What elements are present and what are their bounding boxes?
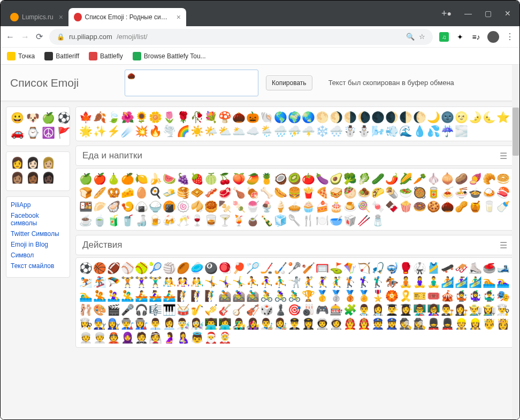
emoji-cell[interactable]: ⚡	[107, 124, 120, 138]
emoji-cell[interactable]: 💦	[427, 124, 440, 138]
emoji-cell[interactable]: 🌛	[469, 110, 482, 124]
emoji-cell[interactable]: 🍨	[260, 200, 273, 213]
emoji-cell[interactable]: 🏵️	[385, 289, 399, 302]
emoji-cell[interactable]: 👸	[496, 317, 510, 330]
emoji-cell[interactable]: 🍣	[496, 186, 510, 199]
sidebar-emoji[interactable]: 👩🏼	[42, 156, 55, 169]
emoji-cell[interactable]: 🤽‍♀️	[107, 289, 120, 302]
minimize-button[interactable]: —	[464, 9, 472, 18]
emoji-cell[interactable]: 🤱	[177, 331, 190, 344]
emoji-cell[interactable]: 🌯	[385, 186, 399, 199]
emoji-cell[interactable]: 🌦️	[260, 124, 273, 138]
emoji-cell[interactable]: 🍖	[246, 186, 259, 199]
emoji-cell[interactable]: 🎟️	[427, 289, 440, 302]
emoji-cell[interactable]: 🌪️	[163, 124, 176, 138]
emoji-cell[interactable]: 🍹	[232, 213, 246, 227]
emoji-cell[interactable]: 🍼	[496, 200, 510, 213]
emoji-cell[interactable]: 🌖	[330, 110, 343, 124]
emoji-cell[interactable]: 🎸	[218, 303, 232, 316]
emoji-cell[interactable]: 🍒	[218, 172, 232, 185]
emoji-cell[interactable]: 👨‍✈️	[288, 317, 301, 330]
emoji-cell[interactable]: 🤾	[302, 275, 315, 288]
emoji-cell[interactable]: 👨‍⚕️	[357, 303, 371, 316]
emoji-cell[interactable]: 🎧	[135, 303, 148, 316]
emoji-cell[interactable]: ⛅	[218, 124, 232, 138]
emoji-cell[interactable]: ⛹️	[246, 275, 259, 288]
emoji-cell[interactable]: 🎹	[163, 303, 176, 316]
emoji-cell[interactable]: ⚾	[121, 261, 134, 274]
emoji-cell[interactable]: 👼	[190, 331, 204, 344]
emoji-cell[interactable]: 🎰	[330, 303, 343, 316]
sidebar-emoji[interactable]: 🍏	[42, 111, 55, 124]
emoji-cell[interactable]: 👰	[149, 331, 162, 344]
emoji-cell[interactable]: 🍿	[399, 200, 412, 213]
emoji-cell[interactable]: 🏅	[357, 289, 371, 302]
emoji-cell[interactable]: ⚽	[79, 261, 93, 274]
emoji-cell[interactable]: 👩‍🎤	[246, 317, 259, 330]
emoji-cell[interactable]: 👩‍💼	[163, 317, 176, 330]
emoji-cell[interactable]: 🍫	[385, 200, 399, 213]
copy-textarea[interactable]: 🌰	[125, 70, 258, 96]
maximize-button[interactable]: ▢	[485, 9, 492, 18]
emoji-cell[interactable]: 💂	[427, 317, 440, 330]
sidebar-link[interactable]: PiliApp	[11, 201, 65, 209]
emoji-cell[interactable]: 🪂	[107, 275, 120, 288]
emoji-cell[interactable]: 👮‍♀️	[385, 317, 399, 330]
emoji-cell[interactable]: 👩‍🌾	[483, 303, 496, 316]
emoji-cell[interactable]: 🍻	[163, 213, 176, 227]
emoji-cell[interactable]: 🧆	[357, 186, 371, 199]
copy-button[interactable]: Копировать	[266, 75, 312, 90]
close-window-button[interactable]: ✕	[504, 9, 511, 18]
emoji-cell[interactable]: ♟️	[274, 303, 287, 316]
emoji-cell[interactable]: 🧈	[163, 186, 176, 199]
emoji-cell[interactable]: 🌻	[135, 110, 148, 124]
emoji-cell[interactable]: 🌰	[232, 110, 246, 124]
emoji-cell[interactable]: 🤸‍♀️	[218, 275, 232, 288]
emoji-cell[interactable]: 🚣‍♂️	[163, 289, 176, 302]
emoji-cell[interactable]: 🤼‍♂️	[190, 275, 204, 288]
emoji-cell[interactable]: 🌎	[274, 110, 287, 124]
emoji-cell[interactable]: 🧃	[107, 213, 120, 227]
emoji-cell[interactable]: 🪀	[218, 261, 232, 274]
emoji-cell[interactable]: 🤾‍♀️	[316, 275, 329, 288]
emoji-cell[interactable]: 🚴‍♀️	[274, 289, 287, 302]
emoji-cell[interactable]: 🍘	[163, 200, 176, 213]
sidebar-emoji[interactable]: 👩	[11, 156, 24, 169]
emoji-cell[interactable]: 🌏	[302, 110, 315, 124]
emoji-cell[interactable]: ⛹️‍♂️	[274, 275, 287, 288]
emoji-cell[interactable]: 👩‍🎓	[399, 303, 412, 316]
emoji-cell[interactable]: 🥪	[330, 186, 343, 199]
category-menu-icon[interactable]: ☰	[500, 240, 507, 250]
emoji-cell[interactable]: 👷‍♀️	[469, 317, 482, 330]
emoji-cell[interactable]: 🥕	[413, 172, 426, 185]
emoji-cell[interactable]: 🤼‍♀️	[177, 275, 190, 288]
emoji-cell[interactable]: 🤴	[483, 317, 496, 330]
emoji-cell[interactable]: 🥔	[455, 172, 468, 185]
bookmark-item[interactable]: Точка	[7, 52, 35, 60]
emoji-cell[interactable]: 🦪	[107, 200, 120, 213]
emoji-cell[interactable]: 🍶	[135, 213, 148, 227]
emoji-cell[interactable]: 🥧	[288, 200, 301, 213]
emoji-cell[interactable]: 🍌	[149, 172, 162, 185]
emoji-cell[interactable]: 👩‍🚀	[330, 317, 343, 330]
profile-avatar[interactable]	[487, 31, 499, 43]
emoji-cell[interactable]: ☃️	[343, 124, 357, 138]
emoji-cell[interactable]: 🚣	[135, 289, 148, 302]
emoji-cell[interactable]: 🍰	[316, 200, 329, 213]
emoji-cell[interactable]: 🏀	[93, 261, 106, 274]
emoji-cell[interactable]: ✨	[93, 124, 106, 138]
emoji-cell[interactable]: 🌶️	[385, 172, 399, 185]
emoji-cell[interactable]: 👩‍⚖️	[455, 303, 468, 316]
emoji-cell[interactable]: 🤽	[93, 289, 106, 302]
emoji-cell[interactable]: 👨‍🏭	[121, 317, 134, 330]
emoji-cell[interactable]: ⛄	[357, 124, 371, 138]
emoji-cell[interactable]: 🚵‍♂️	[246, 289, 259, 302]
emoji-cell[interactable]: 🏄‍♀️	[455, 275, 468, 288]
sidebar-emoji[interactable]: 🚩	[57, 126, 71, 139]
emoji-cell[interactable]: 🛹	[441, 261, 454, 274]
emoji-cell[interactable]: 🥄	[288, 213, 301, 227]
emoji-cell[interactable]: 🍾	[260, 213, 273, 227]
close-tab-icon[interactable]: ×	[59, 13, 63, 21]
emoji-cell[interactable]: 🚴‍♂️	[288, 289, 301, 302]
emoji-cell[interactable]: 🌘	[357, 110, 371, 124]
